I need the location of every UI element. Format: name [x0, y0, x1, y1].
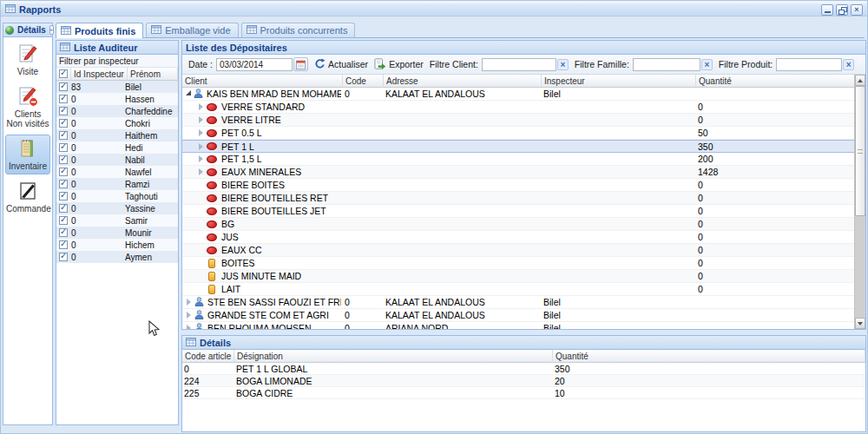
sidebar-collapse-button[interactable]: - [49, 25, 54, 35]
tree-expander-icon[interactable] [199, 116, 203, 123]
filter-input-filtre-client[interactable] [482, 58, 556, 71]
client-tree-row[interactable]: GRANDE STE COM ET AGRI0KALAAT EL ANDALOU… [182, 309, 854, 322]
depositaires-column-adresse[interactable]: Adresse [384, 75, 542, 88]
product-tree-row[interactable]: EAUX CC0 [182, 244, 854, 257]
select-all-checkbox[interactable] [59, 69, 68, 78]
product-tree-row[interactable]: PET 1 L350 [182, 140, 854, 153]
inspector-checkbox[interactable] [59, 216, 68, 225]
inspector-checkbox[interactable] [59, 107, 68, 115]
inspector-checkbox[interactable] [59, 155, 68, 164]
inspector-checkbox[interactable] [59, 204, 68, 213]
auditor-row[interactable]: 0Yassine [56, 202, 178, 214]
filter-clear-icon[interactable]: × [701, 59, 713, 70]
filter-clear-icon[interactable]: × [557, 59, 569, 70]
inspector-checkbox[interactable] [59, 253, 68, 261]
tab-produits-concurrents[interactable]: Produits concurrents [241, 23, 356, 37]
product-tree-row[interactable]: PET 0.5 L50 [182, 127, 854, 140]
auditor-row[interactable]: 0Chokri [56, 117, 178, 129]
auditor-column-prenom[interactable]: Prénom [128, 68, 178, 81]
depositaires-column-quantite[interactable]: Quantité [696, 75, 865, 88]
inspector-checkbox[interactable] [59, 131, 68, 140]
auditor-row[interactable]: 0Samir [56, 214, 178, 227]
product-tree-row[interactable]: EAUX MINERALES1428 [182, 166, 854, 179]
auditor-row[interactable]: 0Mounir [56, 227, 178, 239]
auditor-row[interactable]: 0Ramzi [56, 178, 178, 190]
inspector-checkbox[interactable] [59, 82, 68, 91]
vertical-scrollbar[interactable] [854, 75, 865, 329]
sidebar-item-visite[interactable]: Visite [5, 40, 50, 80]
inspector-checkbox[interactable] [59, 119, 68, 128]
tree-expander-icon[interactable] [199, 129, 203, 136]
product-tree-row[interactable]: BIERE BOITES0 [182, 179, 854, 192]
product-tree-row[interactable]: BG0 [182, 218, 854, 231]
auditor-row[interactable]: 0Hichem [56, 239, 178, 251]
product-red-icon [207, 194, 217, 202]
minimize-button[interactable] [821, 4, 833, 16]
tree-expander-icon[interactable] [199, 155, 203, 162]
auditor-row[interactable]: 0Nawfel [56, 166, 178, 178]
scroll-down-button[interactable] [855, 318, 865, 329]
tree-expander-icon[interactable] [186, 90, 191, 95]
filter-input-filtre-famille[interactable] [633, 58, 700, 71]
export-button[interactable]: Exporter [374, 58, 424, 71]
auditor-row[interactable]: 0Aymen [56, 251, 178, 263]
auditor-row[interactable]: 0Nabil [56, 154, 178, 166]
inspector-checkbox[interactable] [59, 95, 68, 103]
inspector-checkbox[interactable] [59, 192, 68, 201]
tree-expander-icon[interactable] [199, 103, 203, 110]
tab-produits-finis[interactable]: Produits finis [56, 23, 143, 38]
auditor-row[interactable]: 0Haithem [56, 129, 178, 141]
filter-input-filtre-produit[interactable] [776, 58, 842, 71]
client-tree-row[interactable]: KAIS BEN MRAD BEN MOHAMED0KALAAT EL ANDA… [182, 88, 854, 101]
inspector-checkbox[interactable] [59, 168, 68, 176]
filter-clear-icon[interactable]: × [843, 59, 854, 70]
inspector-checkbox[interactable] [59, 240, 68, 249]
product-tree-row[interactable]: BOITES0 [182, 257, 854, 270]
tree-expander-icon[interactable] [187, 312, 191, 319]
product-tree-row[interactable]: VERRE STANDARD0 [182, 101, 854, 114]
close-button[interactable]: × [851, 4, 863, 16]
product-tree-row[interactable]: JUS MINUTE MAID0 [182, 270, 854, 283]
details-column-code-article[interactable]: Code article [182, 350, 234, 363]
product-tree-row[interactable]: VERRE LITRE0 [182, 114, 854, 127]
client-tree-row[interactable]: STE BEN SASSI FAOUZI ET FRERES0KALAAT EL… [182, 296, 854, 309]
auditor-row[interactable]: 0Taghouti [56, 190, 178, 202]
tree-expander-icon[interactable] [187, 299, 191, 306]
auditor-row[interactable]: 0Hedi [56, 141, 178, 154]
auditor-row[interactable]: 0Charfeddine [56, 105, 178, 117]
details-column-designation[interactable]: Désignation [234, 350, 553, 363]
inspector-checkbox[interactable] [59, 180, 68, 188]
sidebar-item-inventaire[interactable]: Inventaire [5, 135, 50, 174]
auditor-header-checkbox-cell[interactable] [56, 68, 71, 81]
auditor-row[interactable]: 0Hassen [56, 93, 178, 105]
auditor-row[interactable]: 83Bilel [56, 81, 178, 93]
tree-expander-icon[interactable] [187, 325, 191, 329]
product-tree-row[interactable]: JUS0 [182, 231, 854, 244]
scroll-up-button[interactable] [855, 75, 865, 86]
sidebar-item-commande[interactable]: Commande [5, 177, 50, 217]
tab-emballage-vide[interactable]: Emballage vide [146, 23, 238, 37]
details-row[interactable]: 0PET 1 L GLOBAL350 [182, 363, 865, 375]
details-column-quantite[interactable]: Quantité [553, 350, 865, 363]
product-tree-row[interactable]: BIERE BOUTEILLES RET0 [182, 192, 854, 205]
tree-expander-icon[interactable] [199, 168, 203, 175]
depositaires-column-client[interactable]: Client [182, 75, 343, 88]
auditor-column-id-inspecteur[interactable]: Id Inspecteur [71, 68, 128, 81]
date-input[interactable] [216, 58, 293, 71]
details-row[interactable]: 224BOGA LIMONADE20 [182, 375, 865, 387]
inspector-checkbox[interactable] [59, 228, 68, 237]
sidebar-item-clients-non-visites[interactable]: Clients Non visités [5, 82, 50, 132]
product-tree-row[interactable]: PET 1,5 L200 [182, 153, 854, 166]
refresh-button[interactable]: Actualiser [314, 58, 368, 71]
product-tree-row[interactable]: BIERE BOUTEILLES JET0 [182, 205, 854, 218]
scrollbar-thumb[interactable] [855, 86, 865, 216]
depositaires-column-inspecteur[interactable]: Inspecteur [542, 75, 696, 88]
details-row[interactable]: 225BOGA CIDRE10 [182, 387, 865, 399]
depositaires-column-code[interactable]: Code [343, 75, 384, 88]
inspector-checkbox[interactable] [59, 143, 68, 152]
tree-expander-icon[interactable] [199, 143, 203, 150]
product-tree-row[interactable]: LAIT0 [182, 283, 854, 296]
restore-button[interactable] [836, 4, 848, 16]
client-tree-row[interactable]: BEN RHOUMA MOHSEN0ARIANA NORDBilel [182, 322, 854, 329]
calendar-button[interactable] [293, 57, 308, 71]
